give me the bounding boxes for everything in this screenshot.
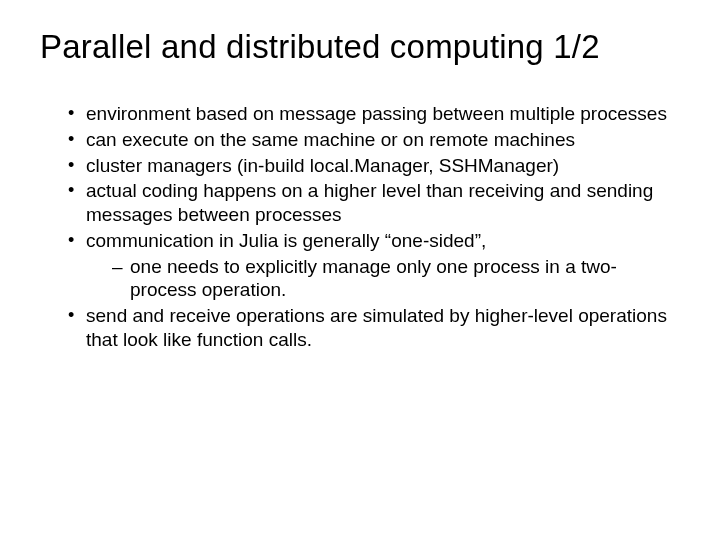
sub-list: one needs to explicitly manage only one …	[86, 255, 680, 303]
list-item: actual coding happens on a higher level …	[68, 179, 680, 227]
bullet-list: environment based on message passing bet…	[40, 102, 680, 352]
sub-list-item: one needs to explicitly manage only one …	[112, 255, 680, 303]
list-item: can execute on the same machine or on re…	[68, 128, 680, 152]
bullet-text: send and receive operations are simulate…	[86, 305, 667, 350]
list-item: cluster managers (in-build local.Manager…	[68, 154, 680, 178]
list-item: send and receive operations are simulate…	[68, 304, 680, 352]
list-item: communication in Julia is generally “one…	[68, 229, 680, 302]
bullet-text: communication in Julia is generally “one…	[86, 230, 486, 251]
bullet-text: cluster managers (in-build local.Manager…	[86, 155, 559, 176]
list-item: environment based on message passing bet…	[68, 102, 680, 126]
sub-bullet-text: one needs to explicitly manage only one …	[130, 256, 617, 301]
page-title: Parallel and distributed computing 1/2	[40, 28, 680, 66]
bullet-text: environment based on message passing bet…	[86, 103, 667, 124]
bullet-text: can execute on the same machine or on re…	[86, 129, 575, 150]
slide: Parallel and distributed computing 1/2 e…	[0, 0, 720, 540]
bullet-text: actual coding happens on a higher level …	[86, 180, 653, 225]
